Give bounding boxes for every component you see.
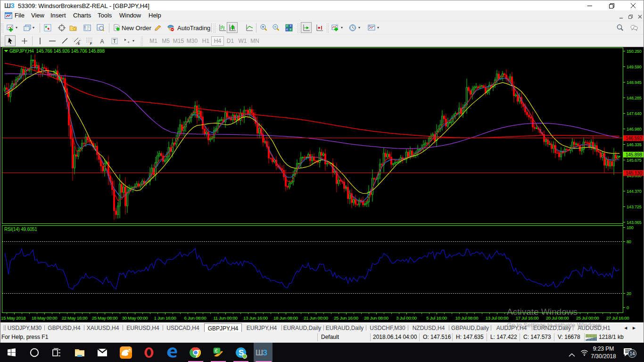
svg-text:145.675: 145.675 xyxy=(627,158,642,163)
svg-text:RSI(14) 49.6051: RSI(14) 49.6051 xyxy=(4,227,37,232)
svg-text:10 Jul 08:00: 10 Jul 08:00 xyxy=(455,315,479,321)
svg-text:28 Jun 08:00: 28 Jun 08:00 xyxy=(364,315,389,321)
svg-text:30 May 00:00: 30 May 00:00 xyxy=(122,315,149,321)
svg-text:Ш: Ш xyxy=(256,349,263,357)
svg-text:GBPJPY,H4 145.766 145.926 145: GBPJPY,H4 145.766 145.926 145.706 145.89… xyxy=(9,49,105,54)
svg-text:A: A xyxy=(100,38,104,44)
svg-text:143.065: 143.065 xyxy=(627,220,642,225)
svg-text:15 May 2018: 15 May 2018 xyxy=(1,315,26,321)
svg-text:13 Jul 00:00: 13 Jul 00:00 xyxy=(486,315,509,321)
svg-text:146.980: 146.980 xyxy=(627,127,642,132)
svg-text:F: F xyxy=(90,41,92,45)
svg-text:5 Jul 16:00: 5 Jul 16:00 xyxy=(426,315,447,321)
svg-text:25 Jun 16:00: 25 Jun 16:00 xyxy=(334,315,359,321)
svg-text:146.335: 146.335 xyxy=(627,142,642,147)
svg-text:21 Jun 00:00: 21 Jun 00:00 xyxy=(304,315,329,321)
svg-text:148.945: 148.945 xyxy=(627,80,642,85)
svg-text:22 May 16:00: 22 May 16:00 xyxy=(62,315,88,321)
svg-text:11 Jun 00:00: 11 Jun 00:00 xyxy=(213,315,238,321)
svg-text:6 Jun 08:00: 6 Jun 08:00 xyxy=(184,315,207,321)
svg-text:З: З xyxy=(263,349,267,357)
svg-text:25 Jul 00:00: 25 Jul 00:00 xyxy=(576,315,600,321)
svg-text:1 Jun 16:00: 1 Jun 16:00 xyxy=(154,315,177,321)
svg-text:0: 0 xyxy=(627,305,629,310)
svg-text:148.285: 148.285 xyxy=(627,96,642,100)
svg-text:25 May 08:00: 25 May 08:00 xyxy=(92,315,118,321)
svg-text:146.592: 146.592 xyxy=(626,136,642,141)
svg-text:18 Jun 08:00: 18 Jun 08:00 xyxy=(273,315,298,321)
svg-text:100: 100 xyxy=(627,225,634,230)
svg-text:T: T xyxy=(113,38,116,44)
svg-text:144.370: 144.370 xyxy=(627,189,642,194)
svg-text:€: € xyxy=(215,348,218,354)
svg-text:147.640: 147.640 xyxy=(627,111,642,116)
svg-text:3 Jul 00:00: 3 Jul 00:00 xyxy=(396,315,417,321)
svg-text:18 May 00:00: 18 May 00:00 xyxy=(32,315,58,321)
svg-text:145.898: 145.898 xyxy=(626,152,642,157)
svg-text:20: 20 xyxy=(627,291,631,296)
svg-text:27 Jul 16:00: 27 Jul 16:00 xyxy=(606,315,630,321)
svg-text:145.130: 145.130 xyxy=(626,171,642,176)
svg-text:150.250: 150.250 xyxy=(627,49,642,54)
svg-text:13 Jun 16:00: 13 Jun 16:00 xyxy=(243,315,268,321)
svg-text:80: 80 xyxy=(627,239,631,244)
svg-text:149.590: 149.590 xyxy=(627,65,642,69)
svg-text:E: E xyxy=(78,41,80,45)
svg-text:143.725: 143.725 xyxy=(627,205,642,209)
